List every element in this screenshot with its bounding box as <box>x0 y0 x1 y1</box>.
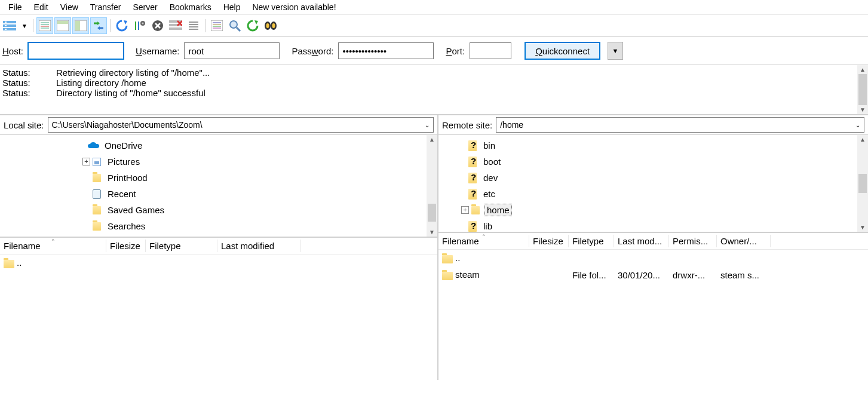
svg-point-36 <box>230 21 237 28</box>
tree-node[interactable]: boot <box>438 154 868 170</box>
username-input[interactable] <box>184 42 280 59</box>
search-button[interactable] <box>226 17 243 34</box>
port-input[interactable] <box>470 42 511 59</box>
message-log: Status:Retrieving directory listing of "… <box>0 65 868 115</box>
menu-help[interactable]: Help <box>217 1 247 13</box>
svg-rect-6 <box>39 20 51 31</box>
host-input[interactable] <box>28 42 124 59</box>
tree-node[interactable]: +home <box>438 202 868 218</box>
tree-node[interactable]: +Pictures <box>0 154 437 170</box>
toolbar: ▼ <box>0 15 868 37</box>
quickconnect-history-dropdown[interactable]: ▼ <box>608 42 623 60</box>
remote-tree-scrollbar[interactable]: ▲▼ <box>857 135 868 232</box>
list-row[interactable]: steamFile fol...30/01/20...drwxr-...stea… <box>438 266 868 283</box>
quickconnect-button[interactable]: Quickconnect <box>525 42 600 60</box>
filename-cell: steam <box>438 269 529 280</box>
tree-node-label: dev <box>481 172 499 183</box>
expand-toggle[interactable]: + <box>82 158 90 165</box>
refresh-button[interactable] <box>114 17 130 34</box>
menu-server[interactable]: Server <box>127 1 163 13</box>
site-manager-button[interactable] <box>1 17 18 34</box>
tree-node[interactable]: lib <box>438 218 868 233</box>
tree-node[interactable]: OneDrive <box>0 137 437 154</box>
log-row: Status:Retrieving directory listing of "… <box>2 68 866 78</box>
svg-rect-4 <box>5 25 7 26</box>
column-header[interactable]: Last modified <box>217 240 301 252</box>
column-header[interactable]: Filetype <box>569 235 614 247</box>
tree-node[interactable]: Recent <box>0 186 437 202</box>
column-header[interactable]: Owner/... <box>717 235 771 247</box>
local-tree[interactable]: OneDrive+PicturesPrintHoodRecentSaved Ga… <box>0 135 437 238</box>
toolbar-separator <box>205 19 206 32</box>
column-header[interactable]: Filetype <box>146 240 217 252</box>
remote-tree[interactable]: binbootdevetc+homelib ▲▼ <box>438 135 868 233</box>
svg-rect-3 <box>5 22 7 23</box>
local-path-combo[interactable]: C:\Users\Niagahoster\Documents\Zoom\ ⌄ <box>48 117 434 133</box>
local-list-header: ⌃FilenameFilesizeFiletypeLast modified <box>0 238 437 254</box>
folder-icon <box>93 206 101 214</box>
column-header[interactable]: ⌃Filename <box>438 235 529 247</box>
list-cell <box>614 257 669 259</box>
list-row[interactable]: .. <box>438 250 868 266</box>
unknown-folder-icon <box>468 140 477 151</box>
list-cell <box>669 257 717 259</box>
find-button[interactable] <box>262 17 279 34</box>
folder-icon <box>471 206 480 214</box>
picture-icon <box>93 158 101 166</box>
column-header[interactable]: Permis... <box>669 235 717 247</box>
folder-icon <box>442 255 453 263</box>
expand-toggle[interactable]: + <box>461 206 469 214</box>
local-panel: Local site: C:\Users\Niagahoster\Documen… <box>0 115 437 380</box>
tree-node[interactable]: etc <box>438 186 868 202</box>
local-list[interactable]: .. <box>0 254 437 380</box>
remote-path-combo[interactable]: /home ⌄ <box>496 117 864 133</box>
folder-icon <box>93 174 101 182</box>
remote-list[interactable]: ..steamFile fol...30/01/20...drwxr-...st… <box>438 250 868 375</box>
tree-node-label: Recent <box>106 188 138 200</box>
log-scrollbar[interactable]: ▲▼ <box>857 65 868 114</box>
column-header[interactable]: Last mod... <box>614 235 669 247</box>
svg-rect-5 <box>5 29 7 30</box>
menu-file[interactable]: File <box>2 1 28 13</box>
tree-node[interactable]: Saved Games <box>0 202 437 218</box>
port-label: Port: <box>446 46 465 56</box>
tree-node-label: OneDrive <box>103 140 144 151</box>
site-manager-dropdown[interactable]: ▼ <box>19 23 30 29</box>
toggle-queue-button[interactable] <box>90 17 107 34</box>
list-cell: 30/01/20... <box>614 269 669 281</box>
menu-edit[interactable]: Edit <box>28 1 54 13</box>
unknown-folder-icon <box>468 173 477 183</box>
svg-point-40 <box>266 23 269 28</box>
list-row[interactable]: .. <box>0 254 437 271</box>
menu-view[interactable]: View <box>54 1 84 13</box>
toolbar-separator <box>33 19 33 32</box>
tree-node[interactable]: PrintHood <box>0 170 437 186</box>
filter-button[interactable] <box>208 17 225 34</box>
unknown-folder-icon <box>468 189 477 200</box>
menu-transfer[interactable]: Transfer <box>84 1 127 13</box>
toolbar-separator <box>110 19 111 32</box>
tree-node[interactable]: dev <box>438 170 868 186</box>
toggle-local-tree-button[interactable] <box>54 17 71 34</box>
column-header[interactable]: ⌃Filename <box>0 240 106 252</box>
password-input[interactable] <box>338 42 434 59</box>
tree-node-label: boot <box>481 156 502 167</box>
menu-new-version[interactable]: New version available! <box>246 1 342 13</box>
process-queue-button[interactable] <box>131 17 148 34</box>
tree-node[interactable]: Searches <box>0 218 437 234</box>
compare-button[interactable] <box>244 17 261 34</box>
reconnect-button[interactable] <box>185 17 202 34</box>
column-header[interactable]: Filesize <box>106 240 146 252</box>
toggle-log-button[interactable] <box>36 17 53 34</box>
cancel-button[interactable] <box>149 17 166 34</box>
unknown-folder-icon <box>468 157 477 167</box>
menu-bookmarks[interactable]: Bookmarks <box>164 1 217 13</box>
toggle-remote-tree-button[interactable] <box>72 17 89 34</box>
username-label: Username: <box>136 46 179 56</box>
local-path-value: C:\Users\Niagahoster\Documents\Zoom\ <box>52 120 203 130</box>
menu-bar: File Edit View Transfer Server Bookmarks… <box>0 0 868 15</box>
disconnect-button[interactable] <box>167 17 184 34</box>
local-tree-scrollbar[interactable]: ▲▼ <box>427 135 437 237</box>
column-header[interactable]: Filesize <box>529 235 569 247</box>
tree-node[interactable]: bin <box>438 137 868 154</box>
